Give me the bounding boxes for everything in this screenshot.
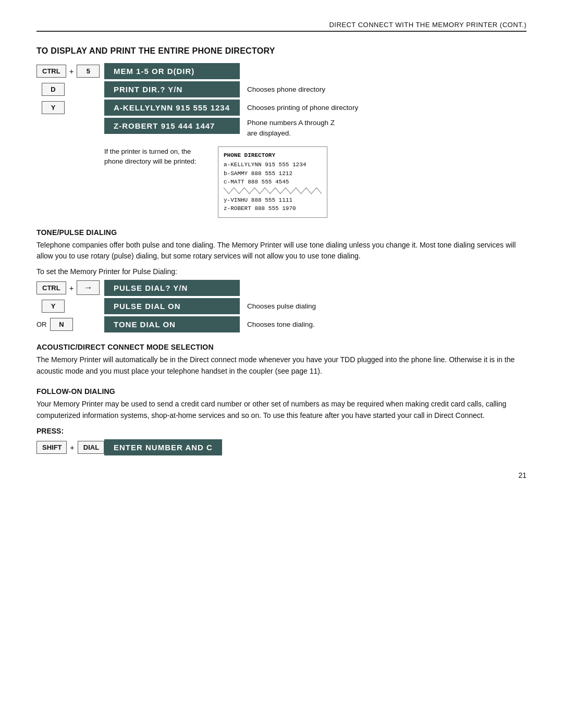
pulse-key-col-1: CTRL + →	[36, 280, 104, 295]
section3-body: The Memory Printer will automatically be…	[36, 354, 527, 377]
dir-bar-col-4: Z-ROBERT 915 444 1447 Phone numbers A th…	[104, 118, 335, 139]
key-y: Y	[42, 101, 65, 114]
section2-title: TONE/PULSE DIALING	[36, 228, 527, 237]
page-header: DIRECT CONNECT WITH THE MEMORY PRINTER (…	[36, 21, 527, 32]
bar-pulse-dial-on: PULSE DIAL ON	[104, 298, 240, 314]
note-text-content: If the printer is turned on, the phone d…	[104, 147, 196, 166]
section4-body: Your Memory Printer may be used to send …	[36, 399, 527, 421]
pulse-key-n: N	[50, 318, 73, 331]
zigzag-top	[224, 187, 322, 196]
dir-key-col-2: D	[36, 83, 104, 96]
bar-tone-dial-on: TONE DIAL ON	[104, 316, 240, 332]
pulse-bar-col-1: PULSE DIAL? Y/N	[104, 280, 240, 296]
dir-row-3: Y A-KELLYLYNN 915 555 1234 Chooses print…	[36, 100, 527, 116]
section3-title: ACOUSTIC/DIRECT CONNECT MODE SELECTION	[36, 343, 527, 351]
dial-key: DIAL	[78, 441, 104, 454]
arrow-key: →	[77, 280, 100, 295]
followon-key-col: SHIFT + DIAL	[36, 441, 104, 454]
dir-row-2: D PRINT DIR.? Y/N Chooses phone director…	[36, 81, 527, 97]
followon-key-row: SHIFT + DIAL ENTER NUMBER AND C	[36, 439, 527, 455]
dir-row-1: CTRL + 5 MEM 1-5 OR D(DIR)	[36, 63, 527, 79]
header-text: DIRECT CONNECT WITH THE MEMORY PRINTER (…	[329, 21, 527, 29]
section-phone-directory: TO DISPLAY AND PRINT THE ENTIRE PHONE DI…	[36, 46, 527, 218]
section-followon: FOLLOW-ON DIALING Your Memory Printer ma…	[36, 387, 527, 455]
page-number: 21	[36, 471, 527, 479]
section-acoustic: ACOUSTIC/DIRECT CONNECT MODE SELECTION T…	[36, 343, 527, 377]
bar-enter-number: ENTER NUMBER AND C	[104, 439, 222, 455]
followon-bar-col: ENTER NUMBER AND C	[104, 439, 222, 455]
pulse-key-y: Y	[42, 300, 65, 313]
bar-print-dir: PRINT DIR.? Y/N	[104, 81, 240, 97]
pulse-key-col-2: Y	[36, 300, 104, 313]
ctrl-key: CTRL	[36, 65, 66, 78]
bar-zrobert: Z-ROBERT 915 444 1447	[104, 118, 240, 134]
label-chooses-dir: Chooses phone directory	[247, 85, 325, 93]
pulse-label: To set the Memory Printer for Pulse Dial…	[36, 267, 527, 276]
printer-title: PHONE DIRECTORY	[224, 151, 322, 160]
label-chooses-pulse: Chooses pulse dialing	[247, 302, 316, 310]
dir-row-4: Z-ROBERT 915 444 1447 Phone numbers A th…	[36, 118, 527, 139]
label-chooses-printing: Chooses printing of phone directory	[247, 104, 358, 112]
printer-line-1: a-KELLYLYNN 915 555 1234	[224, 161, 322, 169]
pulse-ctrl-key: CTRL	[36, 281, 66, 294]
pulse-row-2: Y PULSE DIAL ON Chooses pulse dialing	[36, 298, 527, 314]
page-num-text: 21	[518, 471, 527, 479]
bar-mem: MEM 1-5 OR D(DIR)	[104, 63, 240, 79]
label-phone-numbers: Phone numbers A through Zare displayed.	[247, 118, 335, 139]
dir-bar-col-3: A-KELLYLYNN 915 555 1234 Chooses printin…	[104, 100, 358, 116]
note-area: If the printer is turned on, the phone d…	[104, 146, 527, 218]
pulse-bar-col-3: TONE DIAL ON Chooses tone dialing.	[104, 316, 315, 332]
press-label: PRESS:	[36, 427, 527, 435]
pulse-row-3: OR N TONE DIAL ON Chooses tone dialing.	[36, 316, 527, 332]
pulse-rows: CTRL + → PULSE DIAL? Y/N Y PULSE DIAL ON…	[36, 280, 527, 332]
dir-rows: CTRL + 5 MEM 1-5 OR D(DIR) D PRINT DIR.?…	[36, 63, 527, 141]
note-text: If the printer is turned on, the phone d…	[104, 146, 209, 167]
bar-kellylynn: A-KELLYLYNN 915 555 1234	[104, 100, 240, 116]
printer-line-5: z-ROBERT 888 555 1970	[224, 204, 322, 213]
section1-title: TO DISPLAY AND PRINT THE ENTIRE PHONE DI…	[36, 46, 527, 56]
printer-output: PHONE DIRECTORY a-KELLYLYNN 915 555 1234…	[218, 146, 327, 218]
label-chooses-tone: Chooses tone dialing.	[247, 320, 315, 328]
section2-body: Telephone companies offer both pulse and…	[36, 240, 527, 262]
pulse-row-1: CTRL + → PULSE DIAL? Y/N	[36, 280, 527, 296]
bar-pulse-dial-yn: PULSE DIAL? Y/N	[104, 280, 240, 296]
pulse-bar-col-2: PULSE DIAL ON Chooses pulse dialing	[104, 298, 316, 314]
or-label: OR	[36, 320, 47, 328]
printer-line-2: b-SAMMY 888 555 1212	[224, 169, 322, 178]
dir-bar-col-1: MEM 1-5 OR D(DIR)	[104, 63, 240, 79]
key-5: 5	[77, 65, 100, 78]
printer-line-4: y-VINHU 888 555 1111	[224, 196, 322, 205]
section-tone-pulse: TONE/PULSE DIALING Telephone companies o…	[36, 228, 527, 332]
dir-key-col-1: CTRL + 5	[36, 65, 104, 78]
section4-title: FOLLOW-ON DIALING	[36, 387, 527, 396]
printer-line-3: c-MATT 888 555 4545	[224, 178, 322, 187]
dir-bar-col-2: PRINT DIR.? Y/N Chooses phone directory	[104, 81, 325, 97]
shift-key: SHIFT	[36, 441, 67, 454]
dir-key-col-3: Y	[36, 101, 104, 114]
key-d: D	[42, 83, 65, 96]
